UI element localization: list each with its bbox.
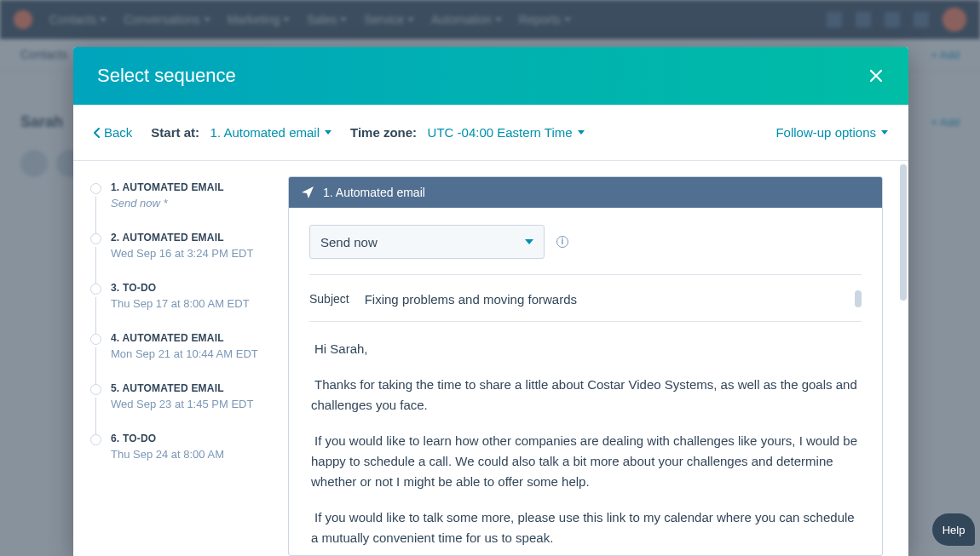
- sequence-step[interactable]: 4. AUTOMATED EMAIL Mon Sep 21 at 10:44 A…: [90, 332, 262, 382]
- body-greeting: Hi Sarah,: [311, 339, 860, 359]
- subject-label: Subject: [309, 292, 349, 306]
- caret-down-icon: [881, 130, 888, 135]
- divider: [309, 274, 862, 275]
- divider: [309, 321, 862, 322]
- step-title: 5. AUTOMATED EMAIL: [111, 382, 262, 394]
- body-paragraph: If you would like to talk some more, ple…: [311, 507, 860, 548]
- send-time-select[interactable]: Send now: [309, 225, 545, 259]
- help-button[interactable]: Help: [932, 513, 975, 546]
- sequence-steps-list: 1. AUTOMATED EMAIL Send now * 2. AUTOMAT…: [73, 161, 273, 556]
- scrollbar-thumb[interactable]: [900, 164, 907, 301]
- step-dot-icon: [90, 334, 101, 345]
- step-title: 6. TO-DO: [111, 433, 262, 444]
- subject-input[interactable]: Fixing problems and moving forwards: [365, 292, 839, 307]
- step-meta: Thu Sep 17 at 8:00 AM EDT: [111, 297, 262, 310]
- caret-down-icon: [525, 239, 533, 244]
- step-dot-icon: [90, 233, 101, 244]
- modal-subbar: Back Start at: 1. Automated email Time z…: [73, 105, 908, 161]
- scrollbar-thumb[interactable]: [855, 290, 862, 307]
- step-title: 2. AUTOMATED EMAIL: [111, 232, 262, 244]
- close-icon[interactable]: [868, 67, 885, 84]
- sequence-step[interactable]: 1. AUTOMATED EMAIL Send now *: [90, 181, 262, 232]
- timezone-label: Time zone:: [350, 125, 417, 140]
- email-body-editor[interactable]: Hi Sarah, Thanks for taking the time to …: [309, 334, 862, 548]
- step-meta: Wed Sep 16 at 3:24 PM EDT: [111, 247, 262, 260]
- step-dot-icon: [90, 183, 101, 194]
- sequence-step[interactable]: 2. AUTOMATED EMAIL Wed Sep 16 at 3:24 PM…: [90, 232, 262, 282]
- email-editor-pane: 1. Automated email Send now i Subject Fi…: [273, 161, 908, 556]
- body-paragraph: Thanks for taking the time to share a li…: [311, 375, 860, 416]
- info-icon[interactable]: i: [556, 236, 568, 248]
- timezone-dropdown[interactable]: UTC -04:00 Eastern Time: [428, 125, 585, 140]
- sequence-step[interactable]: 3. TO-DO Thu Sep 17 at 8:00 AM EDT: [90, 282, 262, 332]
- paper-plane-icon: [301, 186, 314, 199]
- modal-body: 1. AUTOMATED EMAIL Send now * 2. AUTOMAT…: [73, 161, 908, 556]
- step-dot-icon: [90, 384, 101, 395]
- caret-down-icon: [578, 130, 585, 135]
- editor-card-header: 1. Automated email: [289, 177, 882, 208]
- step-title: 1. AUTOMATED EMAIL: [111, 181, 262, 193]
- subject-row: Subject Fixing problems and moving forwa…: [309, 287, 862, 321]
- start-at-dropdown[interactable]: 1. Automated email: [210, 125, 331, 140]
- back-button[interactable]: Back: [94, 125, 132, 140]
- step-title: 3. TO-DO: [111, 282, 262, 294]
- step-dot-icon: [90, 434, 101, 445]
- chevron-left-icon: [94, 128, 101, 138]
- modal-header: Select sequence: [73, 47, 908, 105]
- scrollbar-track[interactable]: [898, 161, 908, 556]
- step-meta: Thu Sep 24 at 8:00 AM: [111, 448, 262, 461]
- select-sequence-modal: Select sequence Back Start at: 1. Automa…: [73, 47, 908, 556]
- start-at-label: Start at:: [151, 125, 199, 140]
- sequence-step[interactable]: 6. TO-DO Thu Sep 24 at 8:00 AM: [90, 433, 262, 483]
- caret-down-icon: [325, 130, 331, 135]
- followup-options-dropdown[interactable]: Follow-up options: [775, 125, 888, 140]
- step-title: 4. AUTOMATED EMAIL: [111, 332, 262, 344]
- editor-header-title: 1. Automated email: [323, 186, 425, 199]
- sequence-step[interactable]: 5. AUTOMATED EMAIL Wed Sep 23 at 1:45 PM…: [90, 382, 262, 433]
- step-meta: Send now *: [111, 197, 262, 209]
- step-meta: Mon Sep 21 at 10:44 AM EDT: [111, 347, 262, 360]
- email-editor-card: 1. Automated email Send now i Subject Fi…: [288, 176, 883, 556]
- modal-title: Select sequence: [97, 65, 236, 87]
- step-dot-icon: [90, 284, 101, 295]
- step-meta: Wed Sep 23 at 1:45 PM EDT: [111, 398, 262, 410]
- body-paragraph: If you would like to learn how other com…: [311, 431, 860, 492]
